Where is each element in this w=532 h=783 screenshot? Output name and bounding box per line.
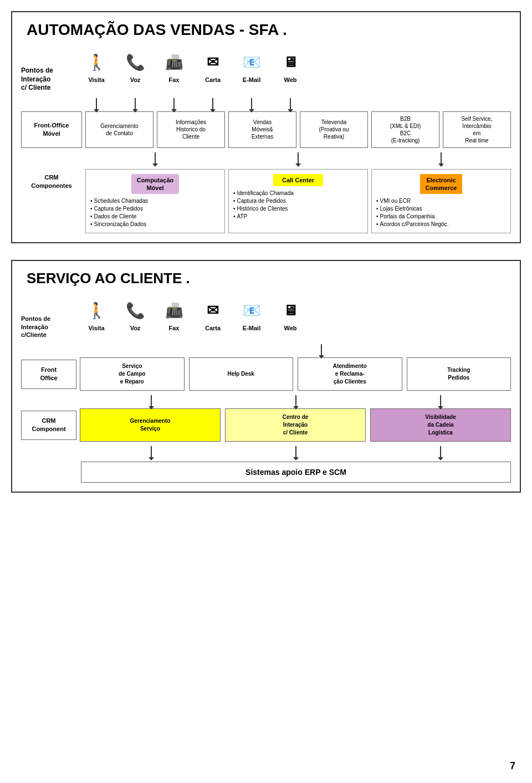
web-icon: 🖥: [276, 50, 305, 74]
d2-icon-visita: 🚶 Visita: [82, 298, 111, 331]
visita-icon: 🚶: [82, 50, 111, 74]
icon-fax: 📠 Fax: [160, 50, 188, 83]
crm-item-1: Schedules Chamadas: [90, 197, 220, 205]
d2-crm-row: CRMComponent Gerenciamento Serviço Centr…: [21, 408, 511, 442]
arrow6: [276, 98, 305, 109]
front-office-row: Front-OfficeMóvel Gerenciamentode Contat…: [21, 111, 511, 148]
crm-item-11: Portais da Companhia: [376, 213, 506, 221]
arrow-crm3: [371, 152, 511, 163]
email-label: E-Mail: [243, 76, 260, 83]
crm-item-5: Identificação Chamada: [233, 190, 363, 197]
d2-fo-cell-3: Atendimentoe Reclama-ção Clientes: [298, 357, 402, 391]
d2-fax-icon: 📠: [160, 298, 188, 323]
d2-visita-label: Visita: [88, 325, 104, 331]
arrow1: [82, 98, 111, 109]
carta-icon: ✉: [198, 50, 227, 74]
pontos-interacao-row: Pontos deInteraçãoc/ Cliente 🚶 Visita 📞 …: [21, 50, 511, 93]
d2-web-label: Web: [284, 325, 296, 331]
fo-cell-1: Gerenciamentode Contato: [85, 111, 154, 148]
diagram1-container: AUTOMAÇÃO DAS VENDAS - SFA . Pontos deIn…: [11, 11, 521, 243]
crm-block-computacao-title: ComputaçãoMóvel: [90, 174, 220, 195]
d2-fax-label: Fax: [169, 325, 180, 331]
d2-icons-row: 🚶 Visita 📞 Voz 📠 Fax ✉ Carta 📧 E-Mail 🖥: [82, 298, 511, 331]
icon-email: 📧 E-Mail: [237, 50, 266, 83]
arrows-row1: [21, 98, 511, 109]
d2-crm-label: CRMComponent: [21, 411, 76, 440]
d2-crm-cell-2: Centro de Interação c/ Cliente: [225, 408, 366, 442]
d2-crm-gerenciamento: Gerenciamento Serviço: [130, 417, 171, 433]
fax-icon: 📠: [160, 50, 188, 74]
page-number: 7: [510, 760, 515, 772]
crm-item-10: Lojas Eletrônicas: [376, 205, 506, 213]
d2-fo-cell-4: TrackingPedidos: [407, 357, 511, 391]
crm-block-ecommerce-title: ElectronicCommerce: [376, 174, 506, 195]
icon-carta: ✉ Carta: [198, 50, 227, 83]
d2-fo-cell-1: Serviçode Campoe Reparo: [80, 357, 185, 391]
email-icon: 📧: [237, 50, 266, 74]
icon-voz: 📞 Voz: [121, 50, 150, 83]
d2-arrows-row2: [21, 395, 511, 406]
fo-cell-2: InformaçõesHistorico doCliente: [157, 111, 225, 148]
arrow-crm1: [85, 152, 225, 163]
fo-cell-3: VendasMóveis&Externas: [228, 111, 296, 148]
d2-voz-icon: 📞: [121, 298, 150, 323]
voz-icon: 📞: [121, 50, 150, 74]
d2-visita-icon: 🚶: [82, 298, 111, 323]
voz-label: Voz: [130, 76, 141, 83]
crm-item-12: Acordos c/Parceiros Negóc.: [376, 221, 506, 228]
pontos-label: Pontos deInteraçãoc/ Cliente: [21, 50, 82, 93]
carta-label: Carta: [205, 76, 221, 83]
d2-arrow-erp1: [81, 446, 221, 457]
crm-item-3: Dados de Cliente: [90, 213, 220, 221]
crm-block-callcenter-title: Call Center: [233, 174, 363, 186]
d2-arrow-erp2: [226, 446, 366, 457]
d2-icon-carta: ✉ Carta: [198, 298, 227, 331]
d2-pontos-label: Pontos deInteraçãoc/Cliente: [21, 298, 82, 339]
diagram2-container: SERVIÇO AO CLIENTE . Pontos deInteraçãoc…: [11, 260, 521, 493]
icons-row: 🚶 Visita 📞 Voz 📠 Fax ✉ Carta 📧 E-Mail: [82, 50, 511, 83]
d2-carta-icon: ✉: [198, 298, 227, 323]
fo-cells: Gerenciamentode Contato InformaçõesHisto…: [85, 111, 511, 148]
d2-crm-cell-1: Gerenciamento Serviço: [80, 408, 221, 442]
crm-item-4: Sincronização Dados: [90, 221, 220, 228]
d2-fo-cells: Serviçode Campoe Reparo Help Desk Atendi…: [80, 357, 511, 391]
crm-blocks: ComputaçãoMóvel Schedules Chamadas Captu…: [85, 169, 511, 234]
d2-fo-cell-2: Help Desk: [189, 357, 294, 391]
crm-item-2: Captura de Pedidos: [90, 205, 220, 213]
diagram1-title: AUTOMAÇÃO DAS VENDAS - SFA .: [21, 21, 511, 39]
d2-voz-label: Voz: [130, 325, 141, 331]
d2-icon-fax: 📠 Fax: [160, 298, 188, 331]
erp-label: Sistemas apoio ERP e SCM: [245, 468, 346, 477]
d2-carta-label: Carta: [205, 325, 221, 331]
arrows-row2: [21, 152, 511, 163]
d2-front-office-row: FrontOffice Serviçode Campoe Reparo Help…: [21, 357, 511, 391]
d2-crm-centro: Centro de Interação c/ Cliente: [283, 413, 309, 437]
d2-email-icon: 📧: [237, 298, 266, 323]
d2-icon-web: 🖥 Web: [276, 298, 305, 331]
fo-cell-4: Televenda(Proativa ouReativa): [300, 111, 368, 148]
diagram2-title: SERVIÇO AO CLIENTE .: [21, 270, 511, 287]
crm-block-ecommerce: ElectronicCommerce VMI ou ECR Lojas Elet…: [371, 169, 511, 234]
d2-web-icon: 🖥: [276, 298, 305, 323]
d2-crm-visibilidade: Visibilidade da Cadeia Logística: [425, 413, 456, 437]
crm-item-6: Captura de Pedidos: [233, 197, 363, 205]
web-label: Web: [284, 76, 296, 83]
d2-crm-cells: Gerenciamento Serviço Centro de Interaçã…: [80, 408, 511, 442]
icon-visita: 🚶 Visita: [82, 50, 111, 83]
crm-block-callcenter: Call Center Identificação Chamada Captur…: [228, 169, 368, 234]
d2-icon-voz: 📞 Voz: [121, 298, 150, 331]
d2-pontos-row: Pontos deInteraçãoc/Cliente 🚶 Visita 📞 V…: [21, 298, 511, 339]
crm-item-8: ATP: [233, 213, 363, 221]
d2-email-label: E-Mail: [243, 325, 260, 331]
fo-cell-6: Self Service,IntercâmbioemReal time: [443, 111, 511, 148]
crm-block-computacao: ComputaçãoMóvel Schedules Chamadas Captu…: [85, 169, 225, 234]
erp-box: Sistemas apoio ERP e SCM: [81, 462, 511, 483]
d2-arrow-crm1: [81, 395, 221, 406]
crm-item-9: VMI ou ECR: [376, 197, 506, 205]
d2-icon-email: 📧 E-Mail: [237, 298, 266, 331]
crm-section: CRMComponentes ComputaçãoMóvel Schedules…: [21, 169, 511, 234]
crm-item-7: Histórico de Clientes: [233, 205, 363, 213]
icon-web: 🖥 Web: [276, 50, 305, 83]
arrow3: [160, 98, 188, 109]
arrow4: [198, 98, 227, 109]
